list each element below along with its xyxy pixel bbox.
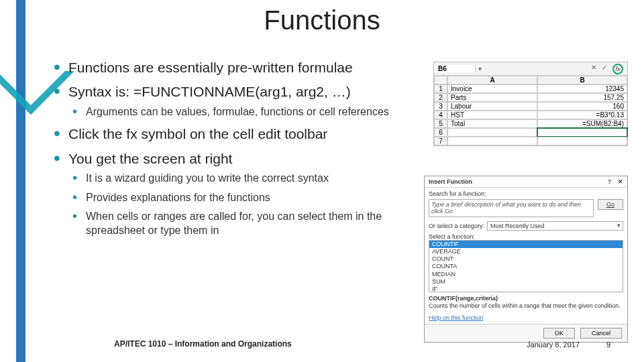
row-header[interactable]: 2	[434, 93, 447, 102]
function-signature: COUNTIF(range,criteria)	[429, 295, 623, 302]
chevron-down-icon[interactable]: ▾	[476, 65, 484, 72]
row-header[interactable]: 3	[434, 102, 447, 111]
sub-bullet: It is a wizard guiding you to write the …	[68, 172, 429, 186]
footer-date: January 8, 2017	[527, 341, 580, 349]
go-button[interactable]: Go	[598, 199, 623, 210]
cancel-icon[interactable]: ✕	[591, 64, 596, 74]
cell[interactable]: HST	[447, 111, 537, 119]
footer-course: AP/ITEC 1010 – Information and Organizat…	[114, 339, 292, 349]
list-item[interactable]: COUNTIF	[429, 241, 623, 248]
bullet-text: You get the screen at right	[68, 151, 232, 166]
bullet: You get the screen at right It is a wiza…	[54, 150, 429, 238]
ok-button[interactable]: OK	[543, 328, 575, 339]
cancel-button[interactable]: Cancel	[580, 328, 622, 339]
bullet: Click the fx symbol on the cell edit too…	[54, 125, 429, 143]
sub-bullet: When cells or ranges are called for, you…	[68, 210, 429, 238]
cell[interactable]: Parts	[447, 93, 537, 102]
active-cell[interactable]	[537, 128, 627, 137]
category-label: Or select a category:	[429, 223, 484, 229]
check-icon[interactable]: ✓	[602, 64, 607, 74]
bullet-text: Syntax is: =FUNCTIONNAME(arg1, arg2, …)	[68, 84, 351, 99]
dialog-title: Insert Function	[429, 178, 472, 185]
bullet: Functions are essentially pre-written fo…	[54, 59, 429, 76]
function-list[interactable]: COUNTIF AVERAGE COUNT COUNTA MEDIAN SUM …	[429, 240, 623, 292]
cell[interactable]: Labour	[447, 102, 537, 111]
close-icon[interactable]: ✕	[618, 178, 623, 185]
cell[interactable]	[447, 137, 537, 145]
col-header-b[interactable]: B	[537, 76, 627, 84]
cell[interactable]: 12345	[537, 84, 627, 93]
slide: Functions Functions are essentially pre-…	[0, 0, 644, 362]
col-header-a[interactable]: A	[447, 76, 537, 84]
footer-page-number: 9	[606, 341, 610, 349]
cell[interactable]: Total	[447, 119, 537, 128]
slide-body: Functions are essentially pre-written fo…	[54, 59, 429, 245]
list-item[interactable]: SUM	[429, 278, 623, 286]
cell[interactable]: =B3*0.13	[537, 111, 627, 119]
slide-title: Functions	[0, 5, 644, 36]
sub-bullet: Arguments can be values, formulae, funct…	[68, 105, 429, 119]
list-item[interactable]: IF	[429, 286, 623, 292]
cell[interactable]: =SUM(B2:B4)	[537, 119, 627, 128]
bullet: Syntax is: =FUNCTIONNAME(arg1, arg2, …) …	[54, 83, 429, 119]
help-link[interactable]: Help on this function	[429, 314, 623, 321]
search-input[interactable]: Type a brief description of what you wan…	[429, 199, 594, 217]
function-description: Counts the number of cells within a rang…	[429, 302, 623, 309]
help-icon[interactable]: ?	[608, 178, 612, 185]
cell[interactable]: 160	[537, 102, 627, 111]
cell[interactable]	[447, 128, 537, 137]
name-box[interactable]: B6	[434, 65, 476, 72]
select-function-label: Select a function:	[429, 233, 623, 240]
list-item[interactable]: COUNTA	[429, 263, 623, 270]
row-header[interactable]: 1	[434, 84, 447, 93]
row-header[interactable]: 7	[434, 137, 447, 145]
search-label: Search for a function:	[429, 190, 623, 197]
category-select[interactable]: Most Recently Used	[487, 221, 623, 231]
sub-bullet: Provides explanations for the functions	[68, 191, 429, 205]
list-item[interactable]: AVERAGE	[429, 248, 623, 255]
row-header[interactable]: 6	[434, 128, 447, 137]
cell[interactable]: Invoice	[447, 84, 537, 93]
cell[interactable]: 157.25	[537, 93, 627, 102]
row-header[interactable]: 5	[434, 119, 447, 128]
fx-icon[interactable]: fx	[612, 64, 623, 74]
cell[interactable]	[537, 137, 627, 145]
insert-function-dialog: Insert Function ? ✕ Search for a functio…	[424, 176, 628, 343]
list-item[interactable]: MEDIAN	[429, 271, 623, 278]
accent-bar	[16, 0, 25, 362]
select-all-corner[interactable]	[434, 76, 447, 84]
excel-sheet-screenshot: B6 ▾ ✕ ✓ fx A B 1Invoice12345 2Parts157.…	[433, 62, 628, 146]
list-item[interactable]: COUNT	[429, 255, 623, 263]
row-header[interactable]: 4	[434, 111, 447, 119]
